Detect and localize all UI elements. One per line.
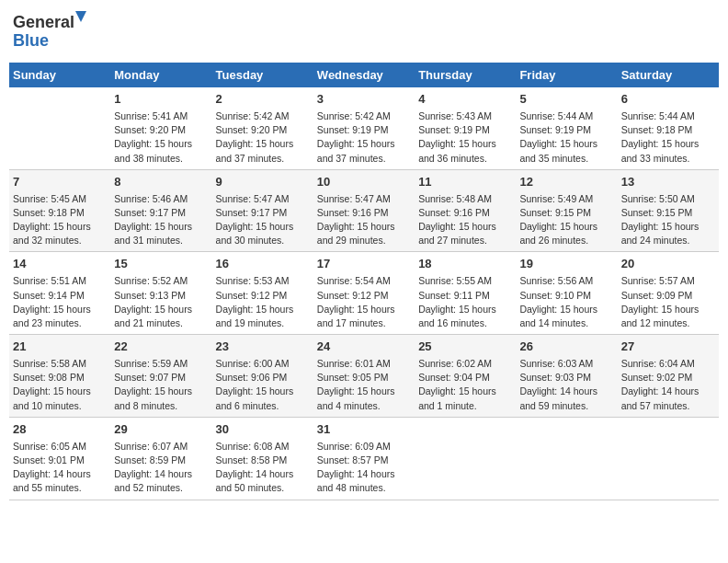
day-info: Sunrise: 6:02 AM Sunset: 9:04 PM Dayligh… [418, 357, 512, 413]
day-number: 19 [519, 256, 613, 273]
day-info: Sunrise: 5:58 AM Sunset: 9:08 PM Dayligh… [13, 357, 107, 413]
day-info: Sunrise: 5:50 AM Sunset: 9:15 PM Dayligh… [621, 192, 715, 248]
day-info: Sunrise: 5:54 AM Sunset: 9:12 PM Dayligh… [317, 274, 411, 330]
svg-text:Blue: Blue [13, 31, 49, 50]
column-header-wednesday: Wednesday [313, 63, 415, 87]
day-cell: 15Sunrise: 5:52 AM Sunset: 9:13 PM Dayli… [110, 252, 211, 335]
column-header-sunday: Sunday [9, 63, 110, 87]
day-number: 12 [519, 174, 613, 191]
week-row-1: 1Sunrise: 5:41 AM Sunset: 9:20 PM Daylig… [9, 87, 719, 169]
day-info: Sunrise: 5:44 AM Sunset: 9:19 PM Dayligh… [519, 109, 613, 166]
column-header-tuesday: Tuesday [212, 63, 313, 87]
day-info: Sunrise: 6:01 AM Sunset: 9:05 PM Dayligh… [317, 357, 411, 413]
day-number: 30 [216, 421, 310, 439]
day-cell: 31Sunrise: 6:09 AM Sunset: 8:57 PM Dayli… [313, 417, 415, 500]
day-number: 23 [216, 339, 310, 356]
day-cell: 1Sunrise: 5:41 AM Sunset: 9:20 PM Daylig… [110, 87, 211, 169]
calendar-body: 1Sunrise: 5:41 AM Sunset: 9:20 PM Daylig… [9, 87, 719, 500]
day-number: 1 [114, 91, 208, 109]
week-row-2: 7Sunrise: 5:45 AM Sunset: 9:18 PM Daylig… [9, 169, 719, 252]
day-info: Sunrise: 6:08 AM Sunset: 8:58 PM Dayligh… [216, 440, 310, 496]
day-number: 2 [216, 91, 310, 109]
day-cell: 6Sunrise: 5:44 AM Sunset: 9:18 PM Daylig… [618, 87, 719, 169]
day-info: Sunrise: 5:59 AM Sunset: 9:07 PM Dayligh… [114, 357, 208, 413]
day-cell: 17Sunrise: 5:54 AM Sunset: 9:12 PM Dayli… [313, 252, 415, 335]
day-cell: 2Sunrise: 5:42 AM Sunset: 9:20 PM Daylig… [212, 87, 313, 169]
week-row-5: 28Sunrise: 6:05 AM Sunset: 9:01 PM Dayli… [9, 417, 719, 500]
day-info: Sunrise: 5:43 AM Sunset: 9:19 PM Dayligh… [418, 109, 512, 166]
day-cell: 9Sunrise: 5:47 AM Sunset: 9:17 PM Daylig… [212, 169, 313, 252]
day-number: 5 [519, 91, 613, 109]
day-number: 27 [621, 339, 715, 356]
logo-svg: General Blue [13, 9, 86, 55]
day-number: 26 [519, 339, 613, 356]
day-number: 9 [216, 174, 310, 191]
day-cell: 19Sunrise: 5:56 AM Sunset: 9:10 PM Dayli… [516, 252, 617, 335]
day-cell: 16Sunrise: 5:53 AM Sunset: 9:12 PM Dayli… [212, 252, 313, 335]
day-cell: 7Sunrise: 5:45 AM Sunset: 9:18 PM Daylig… [9, 169, 110, 252]
svg-text:General: General [13, 13, 74, 31]
column-header-monday: Monday [110, 63, 211, 87]
day-number: 15 [114, 256, 208, 273]
day-number: 3 [317, 91, 411, 109]
day-number: 25 [418, 339, 512, 356]
day-info: Sunrise: 6:00 AM Sunset: 9:06 PM Dayligh… [216, 357, 310, 413]
column-header-thursday: Thursday [415, 63, 516, 87]
day-info: Sunrise: 5:42 AM Sunset: 9:20 PM Dayligh… [216, 109, 310, 166]
day-number: 18 [418, 256, 512, 273]
column-header-friday: Friday [516, 63, 617, 87]
day-cell: 30Sunrise: 6:08 AM Sunset: 8:58 PM Dayli… [212, 417, 313, 500]
logo: General Blue [13, 9, 86, 55]
day-number: 24 [317, 339, 411, 356]
calendar-table: SundayMondayTuesdayWednesdayThursdayFrid… [9, 63, 719, 500]
day-cell: 28Sunrise: 6:05 AM Sunset: 9:01 PM Dayli… [9, 417, 110, 500]
day-number: 17 [317, 256, 411, 273]
day-info: Sunrise: 6:03 AM Sunset: 9:03 PM Dayligh… [519, 357, 613, 413]
day-number: 21 [13, 339, 107, 356]
day-cell: 23Sunrise: 6:00 AM Sunset: 9:06 PM Dayli… [212, 335, 313, 418]
day-cell [9, 87, 110, 169]
day-info: Sunrise: 5:49 AM Sunset: 9:15 PM Dayligh… [519, 192, 613, 248]
day-cell: 20Sunrise: 5:57 AM Sunset: 9:09 PM Dayli… [618, 252, 719, 335]
week-row-4: 21Sunrise: 5:58 AM Sunset: 9:08 PM Dayli… [9, 335, 719, 418]
day-cell: 3Sunrise: 5:42 AM Sunset: 9:19 PM Daylig… [313, 87, 415, 169]
day-number: 20 [621, 256, 715, 273]
day-number: 13 [621, 174, 715, 191]
day-number: 14 [13, 256, 107, 273]
day-cell: 27Sunrise: 6:04 AM Sunset: 9:02 PM Dayli… [618, 335, 719, 418]
day-info: Sunrise: 5:55 AM Sunset: 9:11 PM Dayligh… [418, 274, 512, 330]
week-row-3: 14Sunrise: 5:51 AM Sunset: 9:14 PM Dayli… [9, 252, 719, 335]
day-cell [415, 417, 516, 500]
day-info: Sunrise: 5:47 AM Sunset: 9:17 PM Dayligh… [216, 192, 310, 248]
day-info: Sunrise: 5:56 AM Sunset: 9:10 PM Dayligh… [519, 274, 613, 330]
day-number: 31 [317, 421, 411, 439]
day-cell: 26Sunrise: 6:03 AM Sunset: 9:03 PM Dayli… [516, 335, 617, 418]
day-info: Sunrise: 5:45 AM Sunset: 9:18 PM Dayligh… [13, 192, 107, 248]
day-info: Sunrise: 5:44 AM Sunset: 9:18 PM Dayligh… [621, 109, 715, 166]
day-info: Sunrise: 5:42 AM Sunset: 9:19 PM Dayligh… [317, 109, 411, 166]
day-info: Sunrise: 5:53 AM Sunset: 9:12 PM Dayligh… [216, 274, 310, 330]
day-info: Sunrise: 5:48 AM Sunset: 9:16 PM Dayligh… [418, 192, 512, 248]
day-info: Sunrise: 5:52 AM Sunset: 9:13 PM Dayligh… [114, 274, 208, 330]
day-info: Sunrise: 5:57 AM Sunset: 9:09 PM Dayligh… [621, 274, 715, 330]
page-header: General Blue [9, 9, 719, 55]
day-cell: 22Sunrise: 5:59 AM Sunset: 9:07 PM Dayli… [110, 335, 211, 418]
calendar-header: SundayMondayTuesdayWednesdayThursdayFrid… [9, 63, 719, 87]
day-info: Sunrise: 5:47 AM Sunset: 9:16 PM Dayligh… [317, 192, 411, 248]
day-number: 16 [216, 256, 310, 273]
day-cell: 4Sunrise: 5:43 AM Sunset: 9:19 PM Daylig… [415, 87, 516, 169]
day-cell: 14Sunrise: 5:51 AM Sunset: 9:14 PM Dayli… [9, 252, 110, 335]
day-info: Sunrise: 5:41 AM Sunset: 9:20 PM Dayligh… [114, 109, 208, 166]
day-cell: 13Sunrise: 5:50 AM Sunset: 9:15 PM Dayli… [618, 169, 719, 252]
day-info: Sunrise: 5:51 AM Sunset: 9:14 PM Dayligh… [13, 274, 107, 330]
day-cell: 25Sunrise: 6:02 AM Sunset: 9:04 PM Dayli… [415, 335, 516, 418]
svg-marker-2 [75, 11, 86, 22]
day-cell: 21Sunrise: 5:58 AM Sunset: 9:08 PM Dayli… [9, 335, 110, 418]
day-info: Sunrise: 6:09 AM Sunset: 8:57 PM Dayligh… [317, 440, 411, 496]
day-number: 8 [114, 174, 208, 191]
day-info: Sunrise: 6:07 AM Sunset: 8:59 PM Dayligh… [114, 440, 208, 496]
day-info: Sunrise: 6:04 AM Sunset: 9:02 PM Dayligh… [621, 357, 715, 413]
day-number: 22 [114, 339, 208, 356]
day-info: Sunrise: 6:05 AM Sunset: 9:01 PM Dayligh… [13, 440, 107, 496]
day-number: 10 [317, 174, 411, 191]
